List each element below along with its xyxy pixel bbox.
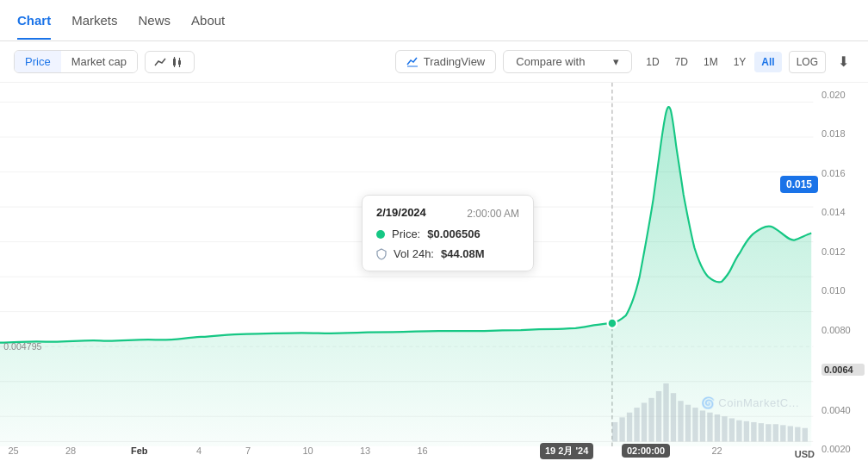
y-label-0014: 0.014 [822,207,865,217]
svg-rect-26 [663,383,668,442]
x-axis-labels: 25 28 Feb 4 7 10 13 16 19 2月 '24 02:00:0… [0,440,818,461]
svg-rect-35 [729,418,735,441]
svg-rect-3 [178,60,181,65]
svg-rect-39 [759,423,764,441]
y-label-0040: 0.0040 [822,405,865,415]
y-label-0020b: 0.0020 [822,444,865,454]
time-1y[interactable]: 1Y [727,52,753,72]
time-1m[interactable]: 1M [697,52,725,72]
tradingview-icon [406,56,418,68]
y-label-0080: 0.0080 [822,325,865,335]
svg-rect-21 [627,413,632,442]
x-label-22: 22 [712,445,722,456]
log-button[interactable]: LOG [789,51,826,73]
svg-rect-44 [795,427,800,442]
main-container: Chart Markets News About Price Market ca… [0,0,868,461]
y-label-0012: 0.012 [822,246,865,257]
y-axis-labels: 0.020 0.018 0.016 0.014 0.012 0.010 0.00… [818,83,868,461]
x-highlight-time: 02:00:00 [622,444,670,458]
toolbar: Price Market cap TradingView [0,41,868,83]
svg-rect-38 [751,422,756,442]
svg-rect-28 [678,401,683,441]
candle-icon [171,56,185,68]
svg-rect-32 [707,413,712,442]
chart-area: 0.004795 0.020 0.018 0.016 0.014 0.012 0… [0,83,868,461]
svg-rect-43 [788,426,793,441]
tab-chart[interactable]: Chart [17,3,51,40]
x-label-10: 10 [303,445,313,456]
x-label-28: 28 [65,445,76,456]
market-cap-button[interactable]: Market cap [61,51,137,72]
svg-rect-27 [671,393,676,441]
current-price-badge: 0.015 [780,176,818,193]
time-all[interactable]: All [754,52,781,72]
svg-rect-42 [780,425,785,441]
download-button[interactable]: ⬇ [833,50,854,73]
svg-text:0.004795: 0.004795 [3,340,41,351]
chevron-down-icon: ▾ [613,55,619,68]
svg-rect-30 [692,408,698,441]
time-1d[interactable]: 1D [639,52,666,72]
time-7d[interactable]: 7D [668,52,695,72]
x-label-16: 16 [418,445,428,456]
y-label-0010: 0.010 [822,285,865,296]
x-label-13: 13 [360,445,370,456]
y-label-0018: 0.018 [822,128,865,139]
x-label-7: 7 [245,445,251,456]
time-range-buttons: 1D 7D 1M 1Y All [639,52,781,72]
y-label-0064: 0.0064 [822,364,865,376]
svg-rect-37 [744,421,749,442]
line-icon [154,56,168,68]
coinmarketcap-watermark: 🌀 CoinMarketC... [701,396,799,409]
svg-rect-22 [634,408,639,441]
svg-rect-34 [722,416,727,441]
x-label-feb: Feb [131,445,148,456]
y-label-0020: 0.020 [822,90,865,100]
x-highlight-date: 19 2月 '24 [540,443,593,459]
svg-rect-20 [619,417,624,441]
x-label-4: 4 [196,445,202,456]
line-chart-icon-btn[interactable] [145,51,195,73]
compare-with-button[interactable]: Compare with ▾ [503,50,632,73]
svg-rect-23 [642,402,647,441]
svg-point-46 [608,319,617,328]
svg-rect-41 [773,424,778,441]
nav-tabs: Chart Markets News About [0,0,868,41]
trading-view-button[interactable]: TradingView [395,50,497,73]
tab-about[interactable]: About [191,3,225,40]
svg-rect-33 [715,414,720,442]
price-button[interactable]: Price [15,51,61,72]
svg-rect-19 [612,422,617,442]
svg-rect-31 [700,410,705,441]
tab-news[interactable]: News [139,3,171,40]
tab-markets[interactable]: Markets [71,3,117,40]
svg-rect-24 [648,398,654,442]
usd-label: USD [795,449,815,459]
y-label-0016: 0.016 [822,168,865,178]
x-label-25: 25 [9,445,19,456]
price-marketcap-toggle: Price Market cap [14,50,138,73]
svg-rect-36 [736,421,741,442]
svg-rect-0 [173,59,176,65]
svg-rect-25 [656,391,661,442]
svg-rect-29 [685,405,691,442]
svg-rect-40 [766,424,771,441]
